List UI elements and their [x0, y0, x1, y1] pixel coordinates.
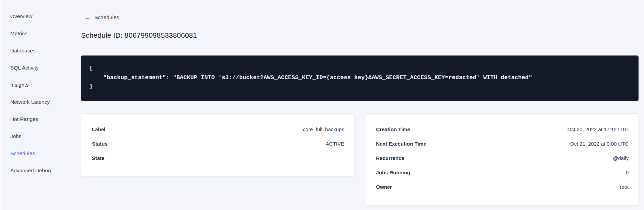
sidebar-item-insights[interactable]: Insights [3, 76, 81, 94]
sidebar-item-label: Insights [10, 82, 28, 88]
sidebar-item-advanced-debug[interactable]: Advanced Debug [3, 162, 81, 179]
sidebar-item-label: Advanced Debug [10, 168, 51, 174]
sidebar-item-hot-ranges[interactable]: Hot Ranges [3, 111, 81, 128]
sidebar-item-databases[interactable]: Databases [3, 42, 81, 59]
row-label: Next Execution Time [376, 141, 426, 147]
back-arrow-icon: ← [84, 15, 91, 20]
code-line: { [89, 64, 630, 73]
detail-row-recurrence: Recurrence @daily [376, 151, 629, 165]
row-label: Creation Time [376, 126, 410, 132]
sidebar-item-schedules[interactable]: Schedules [3, 145, 81, 162]
row-value: Oct 20, 2022 at 17:12 UTC [567, 126, 629, 132]
detail-row-label: Label core_full_backups [92, 122, 344, 136]
code-line: "backup_statement": "BACKUP INTO 's3://b… [89, 73, 630, 83]
sidebar-item-label: Hot Ranges [10, 116, 38, 122]
detail-row-state: State [92, 151, 344, 165]
detail-row-owner: Owner root [376, 180, 629, 194]
back-link-schedules[interactable]: ← Schedules [84, 14, 119, 21]
schedule-status-card: Label core_full_backups Status ACTIVE St… [81, 113, 354, 176]
row-label: Label [92, 126, 105, 132]
sidebar-item-label: Network Latency [10, 99, 50, 105]
sidebar-item-overview[interactable]: Overview [3, 8, 81, 25]
sidebar-item-metrics[interactable]: Metrics [3, 25, 81, 42]
sidebar-item-label: Jobs [10, 133, 22, 139]
row-label: Status [92, 141, 108, 147]
row-value: ACTIVE [326, 141, 344, 147]
detail-row-status: Status ACTIVE [92, 136, 344, 151]
sidebar-item-jobs[interactable]: Jobs [3, 128, 81, 145]
sidebar-item-label: Overview [10, 13, 32, 20]
row-value: core_full_backups [303, 126, 344, 132]
detail-row-creation-time: Creation Time Oct 20, 2022 at 17:12 UTC [376, 122, 629, 136]
schedule-definition-code-block: { "backup_statement": "BACKUP INTO 's3:/… [81, 55, 639, 101]
row-label: Recurrence [376, 155, 404, 161]
detail-row-jobs-running: Jobs Running 0 [376, 165, 629, 180]
sidebar-item-label: Metrics [10, 30, 27, 37]
schedule-details-page: Overview Metrics Databases SQL Activity … [0, 0, 644, 210]
detail-row-next-execution-time: Next Execution Time Oct 21, 2022 at 0:00… [376, 136, 629, 151]
row-value: root [620, 184, 629, 190]
main-content: ← Schedules Schedule ID: 806799098533806… [81, 0, 639, 210]
row-value: Oct 21, 2022 at 0:00 UTC [570, 141, 629, 147]
sidebar-item-network-latency[interactable]: Network Latency [3, 94, 81, 111]
sidebar-item-label: Schedules [10, 150, 35, 157]
page-left-edge [0, 0, 2, 210]
schedule-timing-card: Creation Time Oct 20, 2022 at 17:12 UTC … [365, 113, 639, 205]
sidebar-item-label: SQL Activity [10, 65, 39, 71]
sidebar: Overview Metrics Databases SQL Activity … [3, 8, 81, 179]
page-title: Schedule ID: 806799098533806081 [81, 31, 197, 40]
row-label: Jobs Running [376, 170, 410, 175]
row-value: 0 [626, 170, 629, 175]
row-label: State [92, 155, 105, 161]
code-line: } [89, 82, 630, 91]
row-label: Owner [376, 184, 392, 190]
back-link-label: Schedules [94, 14, 119, 21]
sidebar-item-sql-activity[interactable]: SQL Activity [3, 59, 81, 76]
row-value: @daily [613, 155, 629, 161]
sidebar-item-label: Databases [10, 48, 36, 54]
